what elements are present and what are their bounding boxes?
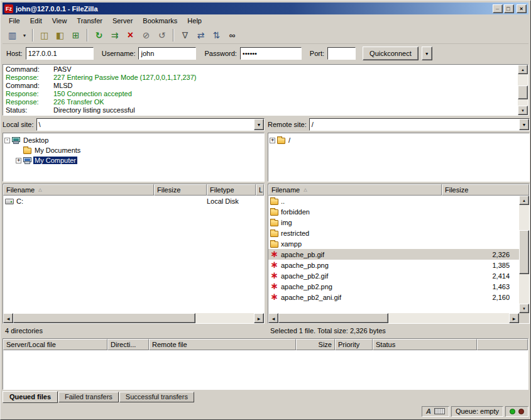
remote-file-row[interactable]: xampp xyxy=(268,238,519,249)
remote-file-row[interactable]: restricted xyxy=(268,228,519,238)
find-files-icon[interactable] xyxy=(225,28,239,42)
chevron-down-icon[interactable] xyxy=(254,119,264,130)
menu-bookmarks[interactable]: Bookmarks xyxy=(138,15,182,26)
queue-body[interactable] xyxy=(3,350,528,389)
directory-listing-filters-icon[interactable] xyxy=(178,28,192,42)
activity-led-receive-icon xyxy=(510,409,515,414)
remote-list-header: Filename Filesize xyxy=(268,184,529,196)
scroll-up-icon[interactable] xyxy=(519,196,529,205)
sort-ascending-icon xyxy=(38,187,41,192)
menu-file[interactable]: File xyxy=(4,15,25,26)
password-input[interactable] xyxy=(240,47,302,60)
column-header-last-modified[interactable]: L xyxy=(256,184,264,196)
tree-item-desktop[interactable]: Desktop xyxy=(4,135,263,145)
remote-directory-tree: / xyxy=(268,133,530,182)
menu-help[interactable]: Help xyxy=(182,15,207,26)
quickconnect-button[interactable]: Quickconnect xyxy=(363,47,419,60)
remote-file-row[interactable]: forbidden xyxy=(268,206,519,217)
menu-edit[interactable]: Edit xyxy=(25,15,47,26)
expand-expander-icon[interactable] xyxy=(270,138,275,143)
scrollbar-thumb[interactable] xyxy=(13,313,195,323)
remote-file-row[interactable]: apache_pb.png1,385 xyxy=(268,260,519,270)
tab-queued-files[interactable]: Queued files xyxy=(3,391,58,403)
quickconnect-dropdown-icon[interactable] xyxy=(422,47,432,60)
site-manager-dropdown-icon[interactable] xyxy=(21,28,28,42)
keyboard-icon[interactable] xyxy=(434,408,445,414)
column-header-server-local-file[interactable]: Server/Local file xyxy=(3,339,107,350)
scrollbar-thumb[interactable] xyxy=(278,313,388,323)
username-input[interactable] xyxy=(138,47,196,60)
remote-horizontal-scrollbar[interactable] xyxy=(268,313,519,323)
remote-vertical-scrollbar[interactable] xyxy=(519,196,529,313)
log-line: Status:Directory listing successful xyxy=(6,106,515,114)
scroll-right-icon[interactable] xyxy=(509,313,519,323)
image-file-icon xyxy=(270,261,278,269)
scroll-left-icon[interactable] xyxy=(3,313,13,323)
cancel-icon[interactable] xyxy=(123,28,138,42)
menu-view[interactable]: View xyxy=(47,15,72,26)
title-bar[interactable]: john@127.0.0.1 - FileZilla xyxy=(3,3,528,14)
host-input[interactable] xyxy=(26,47,94,60)
toggle-message-log-icon[interactable] xyxy=(37,28,52,42)
remote-file-row[interactable]: .. xyxy=(268,196,519,206)
tab-failed-transfers[interactable]: Failed transfers xyxy=(58,392,119,402)
remote-site-combobox[interactable]: / xyxy=(309,118,530,131)
collapse-expander-icon[interactable] xyxy=(4,138,10,143)
port-input[interactable] xyxy=(327,47,356,60)
column-header-filesize[interactable]: Filesize xyxy=(154,184,207,196)
scroll-down-icon[interactable] xyxy=(518,106,528,115)
scrollbar-thumb[interactable] xyxy=(519,230,529,274)
disconnect-icon[interactable] xyxy=(139,28,153,42)
scroll-left-icon[interactable] xyxy=(268,313,278,323)
chevron-down-icon[interactable] xyxy=(519,119,529,130)
column-header-filesize[interactable]: Filesize xyxy=(442,184,529,196)
scroll-right-icon[interactable] xyxy=(254,313,264,323)
directory-comparison-icon[interactable] xyxy=(194,28,208,42)
synchronized-browsing-icon[interactable] xyxy=(209,28,224,42)
log-line: Command:MLSD xyxy=(6,82,515,90)
browser-panes: Local site: \ Desktop My Documents xyxy=(3,118,528,336)
tree-item-my-documents[interactable]: My Documents xyxy=(4,145,263,155)
remote-file-row[interactable]: apache_pb2.gif2,414 xyxy=(268,270,519,281)
filezilla-logo-icon xyxy=(4,4,13,13)
expand-expander-icon[interactable] xyxy=(16,158,21,163)
column-header-remote-file[interactable]: Remote file xyxy=(149,339,296,350)
column-header-direction[interactable]: Directi... xyxy=(107,339,149,350)
column-header-filetype[interactable]: Filetype xyxy=(207,184,256,196)
site-manager-icon[interactable] xyxy=(5,28,19,42)
scroll-down-icon[interactable] xyxy=(519,304,529,313)
remote-file-row[interactable]: apache_pb.gif2,326 xyxy=(268,249,519,260)
remote-file-row[interactable]: apache_pb2.png1,463 xyxy=(268,281,519,292)
maximize-button[interactable] xyxy=(504,4,514,13)
column-header-status[interactable]: Status xyxy=(373,339,477,350)
log-vertical-scrollbar[interactable] xyxy=(518,65,528,115)
menu-server[interactable]: Server xyxy=(107,15,138,26)
scrollbar-thumb[interactable] xyxy=(518,86,528,99)
column-header-size[interactable]: Size xyxy=(296,339,335,350)
column-header-filename[interactable]: Filename xyxy=(3,184,154,196)
encoding-indicator-icon[interactable] xyxy=(426,407,431,415)
process-queue-icon[interactable] xyxy=(107,28,122,42)
remote-file-row[interactable]: img xyxy=(268,217,519,228)
local-horizontal-scrollbar[interactable] xyxy=(3,313,264,323)
host-label: Host: xyxy=(6,50,23,57)
minimize-button[interactable] xyxy=(493,4,503,13)
menu-transfer[interactable]: Transfer xyxy=(72,15,107,26)
local-site-combobox[interactable]: \ xyxy=(36,118,265,131)
tree-item-my-computer[interactable]: My Computer xyxy=(4,155,263,165)
log-line: Response:227 Entering Passive Mode (127,… xyxy=(6,74,515,82)
close-button[interactable] xyxy=(517,4,527,13)
scroll-up-icon[interactable] xyxy=(518,65,528,74)
column-header-filename[interactable]: Filename xyxy=(268,184,442,196)
toggle-directory-trees-icon[interactable] xyxy=(53,28,67,42)
reconnect-icon[interactable] xyxy=(155,28,169,42)
window-controls xyxy=(493,4,527,13)
remote-file-row[interactable]: apache_pb2_ani.gif2,160 xyxy=(268,292,519,302)
local-file-row[interactable]: C: Local Disk xyxy=(3,196,264,206)
tab-successful-transfers[interactable]: Successful transfers xyxy=(119,392,194,402)
column-header-priority[interactable]: Priority xyxy=(335,339,373,350)
tree-item-root[interactable]: / xyxy=(270,135,528,145)
refresh-icon[interactable] xyxy=(92,28,106,42)
toggle-transfer-queue-icon[interactable] xyxy=(68,28,83,42)
window-title: john@127.0.0.1 - FileZilla xyxy=(16,5,490,13)
